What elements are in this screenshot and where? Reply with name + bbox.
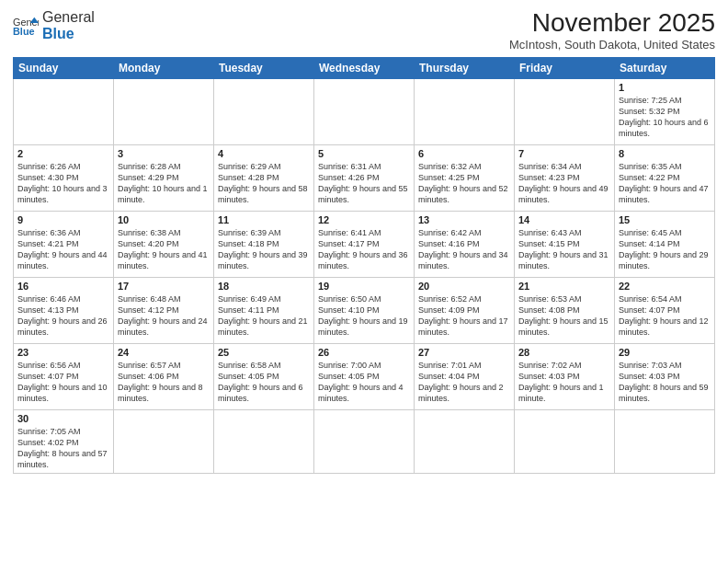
day-number: 25 xyxy=(218,347,310,358)
day-cell: 23Sunrise: 6:56 AM Sunset: 4:07 PM Dayli… xyxy=(14,343,114,409)
day-cell xyxy=(415,78,515,144)
day-number: 12 xyxy=(318,214,410,225)
day-cell: 25Sunrise: 6:58 AM Sunset: 4:05 PM Dayli… xyxy=(214,343,314,409)
weekday-friday: Friday xyxy=(515,57,615,78)
weekday-header-row: SundayMondayTuesdayWednesdayThursdayFrid… xyxy=(14,57,715,78)
day-cell: 11Sunrise: 6:39 AM Sunset: 4:18 PM Dayli… xyxy=(214,211,314,277)
day-info: Sunrise: 6:38 AM Sunset: 4:20 PM Dayligh… xyxy=(118,227,210,272)
day-info: Sunrise: 6:57 AM Sunset: 4:06 PM Dayligh… xyxy=(118,360,210,405)
day-info: Sunrise: 6:39 AM Sunset: 4:18 PM Dayligh… xyxy=(218,227,310,272)
day-cell xyxy=(615,409,715,474)
day-cell xyxy=(214,78,314,144)
day-cell: 29Sunrise: 7:03 AM Sunset: 4:03 PM Dayli… xyxy=(615,343,715,409)
calendar: SundayMondayTuesdayWednesdayThursdayFrid… xyxy=(13,57,715,475)
day-cell xyxy=(314,78,415,144)
day-number: 30 xyxy=(17,413,109,424)
day-number: 9 xyxy=(17,214,109,225)
day-cell: 26Sunrise: 7:00 AM Sunset: 4:05 PM Dayli… xyxy=(314,343,415,409)
day-info: Sunrise: 6:34 AM Sunset: 4:23 PM Dayligh… xyxy=(518,161,610,206)
day-cell: 20Sunrise: 6:52 AM Sunset: 4:09 PM Dayli… xyxy=(415,277,515,343)
week-row-6: 30Sunrise: 7:05 AM Sunset: 4:02 PM Dayli… xyxy=(14,409,715,474)
day-cell xyxy=(415,409,515,474)
day-info: Sunrise: 7:03 AM Sunset: 4:03 PM Dayligh… xyxy=(619,360,711,405)
day-cell: 21Sunrise: 6:53 AM Sunset: 4:08 PM Dayli… xyxy=(515,277,615,343)
day-cell: 7Sunrise: 6:34 AM Sunset: 4:23 PM Daylig… xyxy=(515,144,615,211)
day-cell: 27Sunrise: 7:01 AM Sunset: 4:04 PM Dayli… xyxy=(415,343,515,409)
day-cell: 12Sunrise: 6:41 AM Sunset: 4:17 PM Dayli… xyxy=(314,211,415,277)
day-cell: 8Sunrise: 6:35 AM Sunset: 4:22 PM Daylig… xyxy=(615,144,715,211)
day-cell: 22Sunrise: 6:54 AM Sunset: 4:07 PM Dayli… xyxy=(615,277,715,343)
day-number: 3 xyxy=(118,148,210,159)
day-number: 6 xyxy=(418,148,510,159)
day-info: Sunrise: 6:45 AM Sunset: 4:14 PM Dayligh… xyxy=(619,227,711,272)
day-cell: 14Sunrise: 6:43 AM Sunset: 4:15 PM Dayli… xyxy=(515,211,615,277)
day-number: 22 xyxy=(619,281,711,292)
day-cell: 5Sunrise: 6:31 AM Sunset: 4:26 PM Daylig… xyxy=(314,144,415,211)
day-number: 7 xyxy=(518,148,610,159)
day-number: 24 xyxy=(118,347,210,358)
day-number: 5 xyxy=(318,148,410,159)
weekday-monday: Monday xyxy=(114,57,214,78)
day-number: 17 xyxy=(118,281,210,292)
day-number: 8 xyxy=(619,148,711,159)
weekday-thursday: Thursday xyxy=(415,57,515,78)
day-cell: 10Sunrise: 6:38 AM Sunset: 4:20 PM Dayli… xyxy=(114,211,214,277)
title-block: November 2025 McIntosh, South Dakota, Un… xyxy=(509,9,715,52)
day-cell xyxy=(515,409,615,474)
day-info: Sunrise: 7:02 AM Sunset: 4:03 PM Dayligh… xyxy=(518,360,610,405)
day-number: 1 xyxy=(619,82,711,93)
week-row-1: 1Sunrise: 7:25 AM Sunset: 5:32 PM Daylig… xyxy=(14,78,715,144)
day-cell: 16Sunrise: 6:46 AM Sunset: 4:13 PM Dayli… xyxy=(14,277,114,343)
day-cell: 6Sunrise: 6:32 AM Sunset: 4:25 PM Daylig… xyxy=(415,144,515,211)
day-cell xyxy=(114,78,214,144)
day-number: 13 xyxy=(418,214,510,225)
day-cell: 1Sunrise: 7:25 AM Sunset: 5:32 PM Daylig… xyxy=(615,78,715,144)
weekday-saturday: Saturday xyxy=(615,57,715,78)
logo: General Blue General Blue xyxy=(13,9,95,41)
week-row-5: 23Sunrise: 6:56 AM Sunset: 4:07 PM Dayli… xyxy=(14,343,715,409)
day-cell: 13Sunrise: 6:42 AM Sunset: 4:16 PM Dayli… xyxy=(415,211,515,277)
logo-blue: Blue xyxy=(42,26,95,42)
day-info: Sunrise: 7:25 AM Sunset: 5:32 PM Dayligh… xyxy=(619,95,711,140)
weekday-wednesday: Wednesday xyxy=(314,57,415,78)
day-info: Sunrise: 6:26 AM Sunset: 4:30 PM Dayligh… xyxy=(17,161,109,206)
day-number: 28 xyxy=(518,347,610,358)
day-cell: 30Sunrise: 7:05 AM Sunset: 4:02 PM Dayli… xyxy=(14,409,114,474)
day-info: Sunrise: 6:42 AM Sunset: 4:16 PM Dayligh… xyxy=(418,227,510,272)
day-info: Sunrise: 6:35 AM Sunset: 4:22 PM Dayligh… xyxy=(619,161,711,206)
day-info: Sunrise: 6:46 AM Sunset: 4:13 PM Dayligh… xyxy=(17,293,109,339)
weekday-sunday: Sunday xyxy=(14,57,114,78)
day-number: 29 xyxy=(619,347,711,358)
day-info: Sunrise: 7:05 AM Sunset: 4:02 PM Dayligh… xyxy=(17,426,109,471)
month-title: November 2025 xyxy=(509,9,715,38)
week-row-3: 9Sunrise: 6:36 AM Sunset: 4:21 PM Daylig… xyxy=(14,211,715,277)
day-info: Sunrise: 7:01 AM Sunset: 4:04 PM Dayligh… xyxy=(418,360,510,405)
day-number: 18 xyxy=(218,281,310,292)
day-number: 11 xyxy=(218,214,310,225)
day-number: 26 xyxy=(318,347,410,358)
logo-general: General xyxy=(42,9,95,26)
day-number: 10 xyxy=(118,214,210,225)
day-info: Sunrise: 6:50 AM Sunset: 4:10 PM Dayligh… xyxy=(318,293,410,339)
day-info: Sunrise: 6:54 AM Sunset: 4:07 PM Dayligh… xyxy=(619,293,711,339)
day-info: Sunrise: 7:00 AM Sunset: 4:05 PM Dayligh… xyxy=(318,360,410,405)
day-cell: 9Sunrise: 6:36 AM Sunset: 4:21 PM Daylig… xyxy=(14,211,114,277)
day-info: Sunrise: 6:53 AM Sunset: 4:08 PM Dayligh… xyxy=(518,293,610,339)
day-info: Sunrise: 6:52 AM Sunset: 4:09 PM Dayligh… xyxy=(418,293,510,339)
day-number: 21 xyxy=(518,281,610,292)
day-cell xyxy=(114,409,214,474)
week-row-2: 2Sunrise: 6:26 AM Sunset: 4:30 PM Daylig… xyxy=(14,144,715,211)
day-info: Sunrise: 6:36 AM Sunset: 4:21 PM Dayligh… xyxy=(17,227,109,272)
day-cell xyxy=(314,409,415,474)
day-cell: 19Sunrise: 6:50 AM Sunset: 4:10 PM Dayli… xyxy=(314,277,415,343)
day-info: Sunrise: 6:48 AM Sunset: 4:12 PM Dayligh… xyxy=(118,293,210,339)
day-number: 27 xyxy=(418,347,510,358)
day-cell: 3Sunrise: 6:28 AM Sunset: 4:29 PM Daylig… xyxy=(114,144,214,211)
day-number: 16 xyxy=(17,281,109,292)
day-cell: 2Sunrise: 6:26 AM Sunset: 4:30 PM Daylig… xyxy=(14,144,114,211)
logo-icon: General Blue xyxy=(13,16,39,36)
day-cell: 15Sunrise: 6:45 AM Sunset: 4:14 PM Dayli… xyxy=(615,211,715,277)
day-number: 4 xyxy=(218,148,310,159)
day-info: Sunrise: 6:29 AM Sunset: 4:28 PM Dayligh… xyxy=(218,161,310,206)
week-row-4: 16Sunrise: 6:46 AM Sunset: 4:13 PM Dayli… xyxy=(14,277,715,343)
